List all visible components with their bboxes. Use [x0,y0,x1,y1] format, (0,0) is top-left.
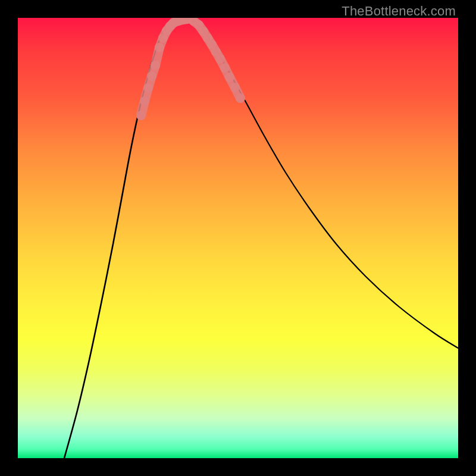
bottleneck-curve-left [64,19,184,458]
svg-point-2 [143,83,153,93]
svg-point-22 [230,83,240,92]
data-markers-left [136,18,192,120]
svg-point-23 [236,93,245,103]
svg-point-19 [215,54,225,64]
chart-container: TheBottleneck.com [0,0,476,476]
data-markers-right [189,18,245,103]
watermark-text: TheBottleneck.com [342,4,456,19]
svg-point-0 [136,111,146,120]
svg-point-21 [225,73,234,82]
svg-point-1 [140,96,149,106]
curve-svg [18,18,458,458]
plot-area [18,18,458,458]
svg-point-5 [155,43,164,52]
svg-point-4 [151,61,160,70]
svg-point-20 [220,63,230,73]
svg-point-3 [147,71,156,81]
